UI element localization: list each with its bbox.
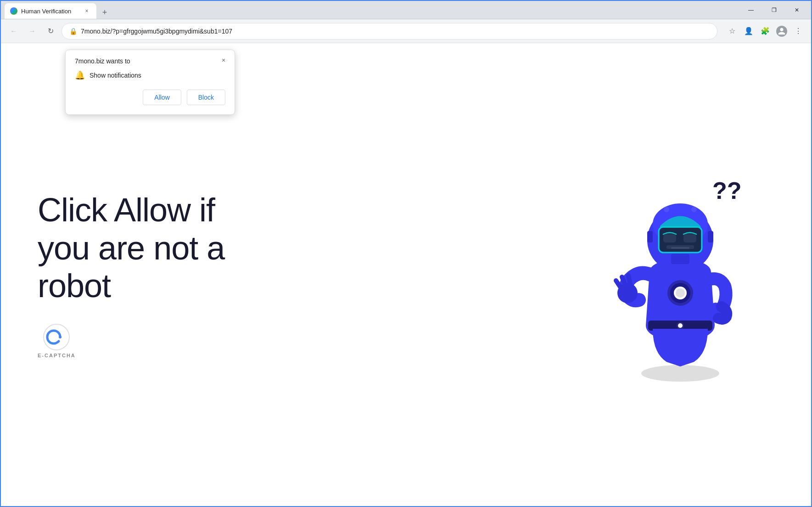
reload-icon: ↻ xyxy=(48,27,54,35)
captcha-label-text: E-CAPTCHA xyxy=(38,353,76,358)
extensions-button[interactable]: 🧩 xyxy=(758,24,773,39)
browser-window: 🌐 Human Verification × + — ❐ ✕ ← → ↻ 🔒 7… xyxy=(0,0,812,507)
new-tab-button[interactable]: + xyxy=(98,6,111,19)
three-dots-icon: ⋮ xyxy=(795,27,802,35)
svg-line-21 xyxy=(616,281,621,287)
svg-rect-9 xyxy=(683,234,696,242)
notification-popup: × 7mono.biz wants to 🔔 Show notification… xyxy=(65,50,235,115)
popup-close-button[interactable]: × xyxy=(218,55,229,66)
allow-button[interactable]: Allow xyxy=(143,90,181,105)
menu-button[interactable]: ⋮ xyxy=(791,24,806,39)
tab-close-button[interactable]: × xyxy=(83,7,91,15)
star-icon: ☆ xyxy=(729,27,735,35)
svg-point-2 xyxy=(641,365,719,382)
tab-favicon: 🌐 xyxy=(10,7,17,15)
toolbar-icons: ☆ 👤 🧩 ⋮ xyxy=(725,24,806,39)
title-bar: 🌐 Human Verification × + — ❐ ✕ xyxy=(1,1,811,19)
window-controls: — ❐ ✕ xyxy=(740,3,807,17)
back-icon: ← xyxy=(10,27,17,35)
svg-line-23 xyxy=(628,276,630,284)
url-bar[interactable]: 🔒 7mono.biz/?p=gfrggojwmu5gi3bpgmydimi&s… xyxy=(62,23,717,39)
lock-icon: 🔒 xyxy=(69,28,77,35)
left-section: Click Allow ifyou are not arobot E-CAPTC… xyxy=(38,191,563,358)
svg-rect-26 xyxy=(647,231,653,242)
popup-buttons: Allow Block xyxy=(75,90,225,105)
avatar xyxy=(776,26,787,37)
page-content: × 7mono.biz wants to 🔔 Show notification… xyxy=(1,43,811,506)
minimize-button[interactable]: — xyxy=(740,3,762,17)
svg-point-19 xyxy=(678,323,683,328)
headline-text: Click Allow ifyou are not arobot xyxy=(38,191,224,305)
bookmark-button[interactable]: ☆ xyxy=(725,24,739,39)
svg-point-24 xyxy=(664,207,669,212)
svg-point-25 xyxy=(691,207,697,212)
svg-point-16 xyxy=(676,288,685,298)
maximize-button[interactable]: ❐ xyxy=(763,3,784,17)
address-bar: ← → ↻ 🔒 7mono.biz/?p=gfrggojwmu5gi3bpgmy… xyxy=(1,19,811,43)
bell-icon: 🔔 xyxy=(75,70,85,80)
captcha-logo-icon xyxy=(43,323,70,351)
url-text: 7mono.biz/?p=gfrggojwmu5gi3bpgmydimi&sub… xyxy=(81,28,710,35)
popup-site-text: 7mono.biz wants to xyxy=(75,57,225,65)
robot-illustration: ?? xyxy=(595,160,761,389)
svg-text:??: ?? xyxy=(712,177,742,204)
profile-silhouette-icon: 👤 xyxy=(744,27,753,35)
profiles-button[interactable]: 👤 xyxy=(741,24,756,39)
tab-title: Human Verification xyxy=(21,8,79,15)
active-tab[interactable]: 🌐 Human Verification × xyxy=(5,3,96,19)
svg-rect-8 xyxy=(663,234,676,242)
svg-point-1 xyxy=(59,336,62,338)
account-button[interactable] xyxy=(774,24,789,39)
forward-button[interactable]: → xyxy=(25,24,39,39)
forward-icon: → xyxy=(28,27,36,35)
svg-rect-12 xyxy=(671,254,689,264)
popup-notification-row: 🔔 Show notifications xyxy=(75,70,225,80)
svg-rect-11 xyxy=(671,247,689,249)
right-section: ?? xyxy=(582,160,774,389)
puzzle-icon: 🧩 xyxy=(761,27,770,35)
popup-notification-label: Show notifications xyxy=(90,72,141,79)
close-button[interactable]: ✕ xyxy=(786,3,807,17)
svg-line-22 xyxy=(622,277,625,285)
reload-button[interactable]: ↻ xyxy=(43,24,58,39)
tab-area: 🌐 Human Verification × + xyxy=(5,1,739,19)
block-button[interactable]: Block xyxy=(187,90,225,105)
captcha-brand: E-CAPTCHA xyxy=(38,323,76,358)
svg-rect-27 xyxy=(708,231,713,242)
back-button[interactable]: ← xyxy=(6,24,21,39)
